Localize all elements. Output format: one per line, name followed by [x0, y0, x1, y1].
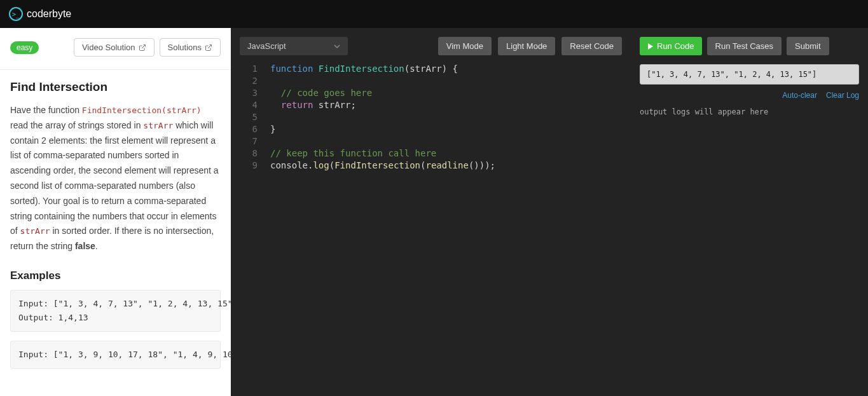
- code-area[interactable]: function FindIntersection(strArr) { // c…: [265, 63, 622, 387]
- inline-code: strArr: [20, 226, 50, 236]
- run-code-button[interactable]: Run Code: [640, 37, 702, 55]
- code-editor[interactable]: 123456789 function FindIntersection(strA…: [240, 63, 622, 387]
- divider: [0, 69, 231, 70]
- solutions-label: Solutions: [168, 43, 202, 52]
- play-icon: [647, 43, 654, 50]
- external-link-icon: [139, 44, 146, 51]
- chevron-down-icon: [334, 43, 340, 50]
- output-log: output logs will appear here: [640, 107, 859, 387]
- inline-code: strArr: [143, 121, 173, 130]
- top-header: >_ coderbyte: [0, 0, 868, 28]
- reset-code-button[interactable]: Reset Code: [561, 37, 622, 55]
- problem-top-row: easy Video Solution Solutions: [10, 38, 221, 57]
- solutions-button[interactable]: Solutions: [160, 38, 221, 57]
- problem-description: Have the function FindIntersection(strAr…: [10, 103, 221, 254]
- difficulty-badge: easy: [10, 41, 39, 54]
- line-gutter: 123456789: [240, 63, 265, 387]
- run-tests-button[interactable]: Run Test Cases: [707, 37, 782, 55]
- language-select[interactable]: JavaScript: [240, 37, 348, 55]
- problem-title: Find Intersection: [10, 80, 221, 94]
- run-toolbar: Run Code Run Test Cases Submit: [640, 37, 859, 55]
- main-layout: easy Video Solution Solutions Find Inter…: [0, 28, 868, 396]
- brand-logo[interactable]: >_ coderbyte: [9, 7, 71, 21]
- logo-icon: >_: [9, 7, 23, 21]
- video-solution-button[interactable]: Video Solution: [74, 38, 155, 57]
- auto-clear-link[interactable]: Auto-clear: [782, 91, 817, 100]
- submit-button[interactable]: Submit: [787, 37, 829, 55]
- editor-panel: JavaScript Vim Mode Light Mode Reset Cod…: [231, 28, 631, 396]
- brand-text: coderbyte: [27, 8, 71, 20]
- problem-panel: easy Video Solution Solutions Find Inter…: [0, 28, 231, 396]
- external-link-icon: [205, 44, 212, 51]
- example-box-2: Input: ["1, 3, 9, 10, 17, 18", "1, 4, 9,…: [10, 341, 221, 369]
- light-mode-button[interactable]: Light Mode: [498, 37, 555, 55]
- output-panel: Run Code Run Test Cases Submit ["1, 3, 4…: [631, 28, 868, 396]
- test-input-box[interactable]: ["1, 3, 4, 7, 13", "1, 2, 4, 13, 15"]: [640, 64, 859, 85]
- inline-code: FindIntersection(strArr): [82, 106, 202, 115]
- run-code-label: Run Code: [657, 41, 694, 51]
- log-actions: Auto-clear Clear Log: [640, 91, 859, 100]
- vim-mode-button[interactable]: Vim Mode: [438, 37, 492, 55]
- example-box-1: Input: ["1, 3, 4, 7, 13", "1, 2, 4, 13, …: [10, 290, 221, 332]
- language-label: JavaScript: [247, 41, 286, 51]
- editor-toolbar: JavaScript Vim Mode Light Mode Reset Cod…: [240, 37, 622, 55]
- examples-heading: Examples: [10, 270, 221, 282]
- clear-log-link[interactable]: Clear Log: [826, 91, 859, 100]
- video-solution-label: Video Solution: [82, 43, 135, 52]
